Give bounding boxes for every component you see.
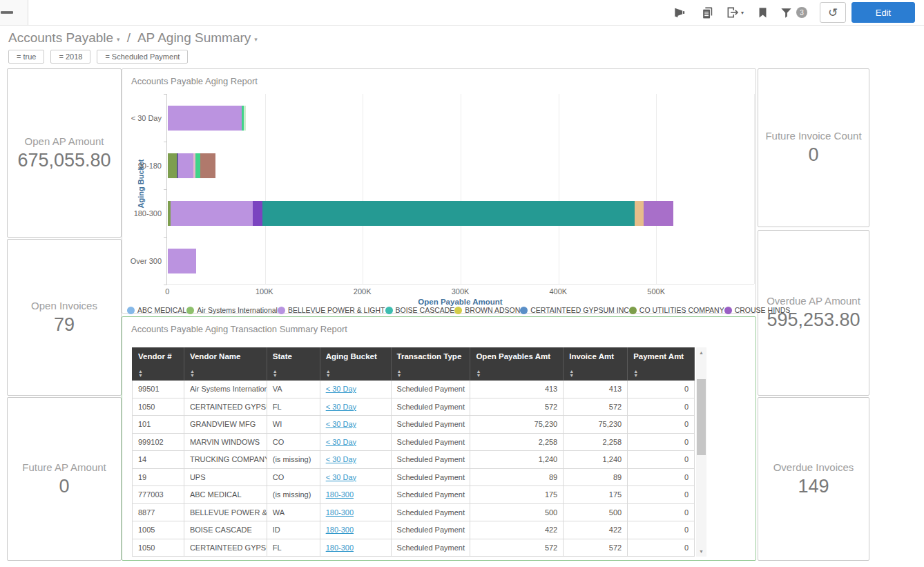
aging-bucket-link[interactable]: < 30 Day xyxy=(326,403,356,411)
aging-bucket-link[interactable]: 180-300 xyxy=(326,526,354,534)
breadcrumb-page[interactable]: AP Aging Summary ▾ xyxy=(137,30,258,46)
bar-segment[interactable] xyxy=(195,153,201,178)
table-row[interactable]: 1050CERTAINTEED GYPSUM...FL< 30 DaySched… xyxy=(132,398,695,416)
bar-segment[interactable] xyxy=(168,153,177,178)
table-cell: Air Systems International xyxy=(184,381,267,398)
column-header[interactable]: Aging Bucket▲▼ xyxy=(320,347,392,381)
stacked-bar[interactable] xyxy=(168,249,196,273)
legend-item[interactable]: ABC MEDICAL xyxy=(127,306,186,314)
legend-item[interactable]: CROUSE HINDS xyxy=(724,306,791,314)
sort-icon[interactable]: ▲▼ xyxy=(569,369,574,378)
sort-icon[interactable]: ▲▼ xyxy=(326,369,331,378)
column-header[interactable]: Vendor #▲▼ xyxy=(133,347,184,381)
table-cell: 175 xyxy=(564,486,628,503)
column-header[interactable]: Payment Amt▲▼ xyxy=(628,347,695,381)
sort-icon[interactable]: ▲▼ xyxy=(190,369,195,378)
filter-button[interactable] xyxy=(776,2,796,23)
table-panel[interactable]: Accounts Payable Aging Transaction Summa… xyxy=(122,316,756,561)
table-row[interactable]: 19UPSCO< 30 DayScheduled Payment89890 xyxy=(132,469,695,487)
legend-item[interactable]: CERTAINTEED GYPSUM INC xyxy=(520,306,629,314)
bookmark-button[interactable] xyxy=(749,2,776,23)
kpi-card[interactable]: Overdue Invoices149 xyxy=(758,397,869,561)
legend-item[interactable]: BOISE CASCADE xyxy=(385,306,455,314)
filter-chips: = true= 2018= Scheduled Payment xyxy=(8,50,188,64)
bar-segment[interactable] xyxy=(200,153,215,178)
legend-swatch xyxy=(385,307,393,314)
table-row[interactable]: 14TRUCKING COMPANY(is missing)< 30 DaySc… xyxy=(132,451,695,469)
bar-segment[interactable] xyxy=(168,106,242,131)
filter-count-badge[interactable]: 3 xyxy=(796,7,807,18)
table-cell: 422 xyxy=(470,521,564,539)
column-header[interactable]: Vendor Name▲▼ xyxy=(184,347,267,381)
edit-button[interactable]: Edit xyxy=(851,2,915,23)
column-header[interactable]: Transaction Type▲▼ xyxy=(392,347,471,381)
bar-segment[interactable] xyxy=(644,201,673,226)
copy-button[interactable] xyxy=(693,2,721,23)
aging-bucket-link[interactable]: < 30 Day xyxy=(326,473,356,481)
kpi-card[interactable]: Future Invoice Count0 xyxy=(758,68,869,227)
table-row[interactable]: 777003ABC MEDICAL(is missing)180-300Sche… xyxy=(132,486,695,504)
table-row[interactable]: 1050CERTAINTEED GYPSUM...FL180-300Schedu… xyxy=(132,539,695,557)
aging-bucket-link[interactable]: < 30 Day xyxy=(326,455,356,463)
table-row[interactable]: 999102MARVIN WINDOWSCO< 30 DayScheduled … xyxy=(132,434,695,452)
table-scrollbar[interactable]: ▲ ▼ xyxy=(696,347,706,557)
bar-segment[interactable] xyxy=(168,249,196,273)
kpi-card[interactable]: Open Invoices79 xyxy=(7,239,122,396)
chart-panel[interactable]: Accounts Payable Aging Report Aging Buck… xyxy=(122,68,756,314)
sort-icon[interactable]: ▲▼ xyxy=(476,369,481,378)
aging-bucket-link[interactable]: < 30 Day xyxy=(326,385,356,393)
table-cell: 180-300 xyxy=(320,539,392,557)
aging-bucket-link[interactable]: < 30 Day xyxy=(326,438,356,446)
bar-segment[interactable] xyxy=(253,201,262,226)
scroll-up-icon[interactable]: ▲ xyxy=(696,347,706,358)
table-cell: 413 xyxy=(470,381,564,398)
sort-icon[interactable]: ▲▼ xyxy=(397,369,402,378)
legend-item[interactable]: Air Systems International xyxy=(186,306,278,314)
bar-segment[interactable] xyxy=(635,201,644,226)
column-header-label: Open Payables Amt xyxy=(476,352,557,361)
column-header[interactable]: Invoice Amt▲▼ xyxy=(564,347,628,381)
chart-bar-row: 180-300 xyxy=(167,189,754,237)
bar-segment[interactable] xyxy=(262,201,635,226)
sort-icon[interactable]: ▲▼ xyxy=(633,369,638,378)
table-cell: < 30 Day xyxy=(320,469,392,486)
legend-item[interactable]: BROWN ADSON xyxy=(454,306,520,314)
hamburger-menu-button[interactable] xyxy=(0,0,28,25)
sort-icon[interactable]: ▲▼ xyxy=(138,369,143,378)
filter-chip[interactable]: = Scheduled Payment xyxy=(97,50,188,64)
y-category-label: < 30 Day xyxy=(126,114,162,122)
legend-swatch xyxy=(127,307,135,314)
kpi-card[interactable]: Open AP Amount675,055.80 xyxy=(7,68,122,238)
stacked-bar[interactable] xyxy=(168,153,215,178)
scroll-down-icon[interactable]: ▼ xyxy=(696,546,706,557)
refresh-button[interactable]: ↺ xyxy=(820,2,846,23)
announcement-button[interactable] xyxy=(666,2,693,23)
kpi-card[interactable]: Future AP Amount0 xyxy=(7,397,122,561)
column-header[interactable]: Open Payables Amt▲▼ xyxy=(470,347,564,381)
stacked-bar[interactable] xyxy=(168,106,246,131)
bar-segment[interactable] xyxy=(244,106,246,131)
aging-bucket-link[interactable]: 180-300 xyxy=(326,544,354,552)
bar-segment[interactable] xyxy=(178,153,193,178)
aging-bucket-link[interactable]: 180-300 xyxy=(326,490,354,499)
x-tick-label: 100K xyxy=(256,287,273,296)
bar-segment[interactable] xyxy=(171,201,253,226)
filter-chip[interactable]: = true xyxy=(8,50,44,64)
legend-item[interactable]: CO UTILITIES COMPANY xyxy=(629,306,724,314)
export-button[interactable]: ▾ xyxy=(721,2,749,23)
stacked-bar[interactable] xyxy=(168,201,673,226)
table-row[interactable]: 101GRANDVIEW MFGWI< 30 DayScheduled Paym… xyxy=(132,416,695,434)
legend-label: BOISE CASCADE xyxy=(396,306,455,314)
legend-item[interactable]: BELLEVUE POWER & LIGHT xyxy=(278,306,385,314)
table-row[interactable]: 99501Air Systems InternationalVA< 30 Day… xyxy=(132,381,695,398)
table-row[interactable]: 1005BOISE CASCADEID180-300Scheduled Paym… xyxy=(132,521,695,539)
aging-bucket-link[interactable]: 180-300 xyxy=(326,508,354,517)
column-header[interactable]: State▲▼ xyxy=(267,347,320,381)
scrollbar-thumb[interactable] xyxy=(697,379,706,455)
table-cell: 89 xyxy=(470,469,564,486)
filter-chip[interactable]: = 2018 xyxy=(50,50,90,64)
table-row[interactable]: 8877BELLEVUE POWER & LI...WA180-300Sched… xyxy=(132,504,695,522)
aging-bucket-link[interactable]: < 30 Day xyxy=(326,420,356,428)
breadcrumb-section[interactable]: Accounts Payable ▾ xyxy=(8,30,120,46)
sort-icon[interactable]: ▲▼ xyxy=(273,369,278,378)
